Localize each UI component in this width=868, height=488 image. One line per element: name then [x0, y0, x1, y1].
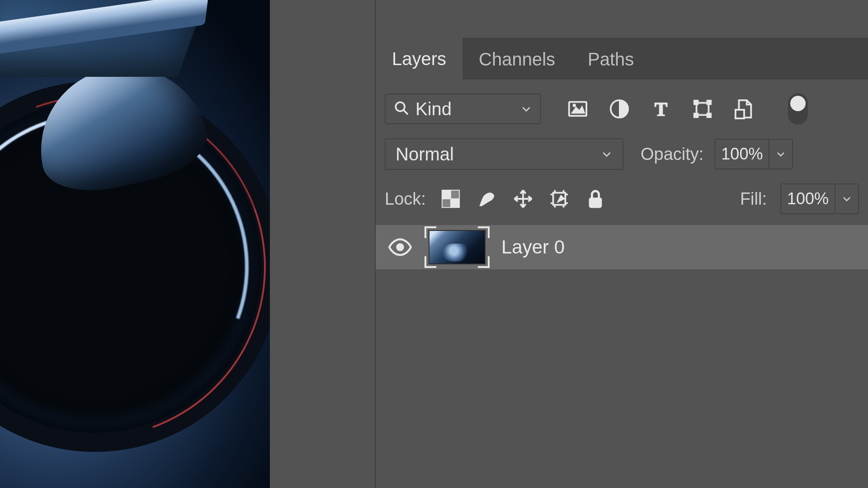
blend-mode-select[interactable]: Normal [385, 138, 623, 170]
svg-text:T: T [655, 99, 667, 119]
fill-input[interactable]: 100% [780, 183, 835, 214]
svg-rect-12 [736, 110, 744, 118]
chevron-down-icon [601, 148, 613, 160]
lock-all-icon[interactable] [584, 188, 607, 210]
tab-layers[interactable]: Layers [376, 38, 462, 80]
lock-row: Lock: Fill: 100% [385, 183, 859, 214]
layer-name[interactable]: Layer 0 [501, 236, 565, 258]
layers-list: Layer 0 [385, 225, 859, 269]
svg-rect-11 [707, 113, 712, 118]
svg-line-1 [403, 110, 408, 114]
svg-rect-15 [442, 199, 451, 207]
filter-row: Kind T [385, 93, 859, 125]
lock-transparency-icon[interactable] [439, 188, 462, 210]
svg-point-0 [396, 102, 405, 111]
opacity-label[interactable]: Opacity: [641, 145, 703, 164]
filter-pixel-icon[interactable] [566, 98, 589, 120]
layers-empty-area [385, 269, 859, 488]
tab-paths[interactable]: Paths [571, 38, 650, 80]
opacity-input[interactable]: 100% [714, 139, 769, 169]
filter-adjustment-icon[interactable] [608, 98, 631, 120]
svg-rect-13 [442, 190, 451, 199]
svg-rect-16 [451, 199, 459, 207]
filter-type-icon[interactable]: T [650, 98, 672, 120]
layer-row[interactable]: Layer 0 [376, 225, 868, 269]
fill-label[interactable]: Fill: [740, 189, 767, 209]
document-image[interactable] [0, 0, 270, 488]
svg-rect-9 [707, 100, 712, 105]
lock-label: Lock: [385, 189, 426, 209]
filter-toggle[interactable] [788, 93, 808, 125]
panel-above-tabs [375, 0, 868, 38]
filter-shape-icon[interactable] [691, 98, 714, 120]
lock-artboard-icon[interactable] [548, 188, 571, 210]
lock-position-icon[interactable] [512, 188, 534, 210]
canvas-area[interactable] [0, 0, 270, 488]
visibility-toggle[interactable] [387, 235, 413, 260]
svg-point-4 [573, 104, 576, 107]
chevron-down-icon [520, 103, 532, 115]
filter-kind-select[interactable]: Kind [385, 94, 541, 124]
layers-panel: Layers Channels Paths Kind [375, 0, 868, 488]
canvas-pasteboard [270, 0, 298, 488]
tab-channels[interactable]: Channels [462, 38, 571, 80]
svg-rect-8 [694, 100, 698, 105]
filter-kind-label: Kind [415, 99, 514, 119]
filter-smartobject-icon[interactable] [733, 98, 755, 120]
layer-thumbnail[interactable] [425, 226, 490, 268]
svg-point-19 [396, 243, 404, 251]
panel-gap [298, 0, 375, 488]
opacity-dropdown[interactable] [769, 139, 793, 169]
svg-rect-10 [694, 113, 698, 118]
blend-mode-value: Normal [396, 144, 601, 164]
svg-marker-3 [572, 106, 585, 113]
panel-tabbar: Layers Channels Paths [375, 38, 868, 80]
lock-paint-icon[interactable] [476, 188, 498, 210]
blend-row: Normal Opacity: 100% [385, 138, 859, 170]
svg-rect-18 [589, 198, 601, 207]
search-icon [394, 100, 409, 117]
fill-dropdown[interactable] [835, 183, 859, 214]
svg-rect-14 [451, 190, 459, 199]
